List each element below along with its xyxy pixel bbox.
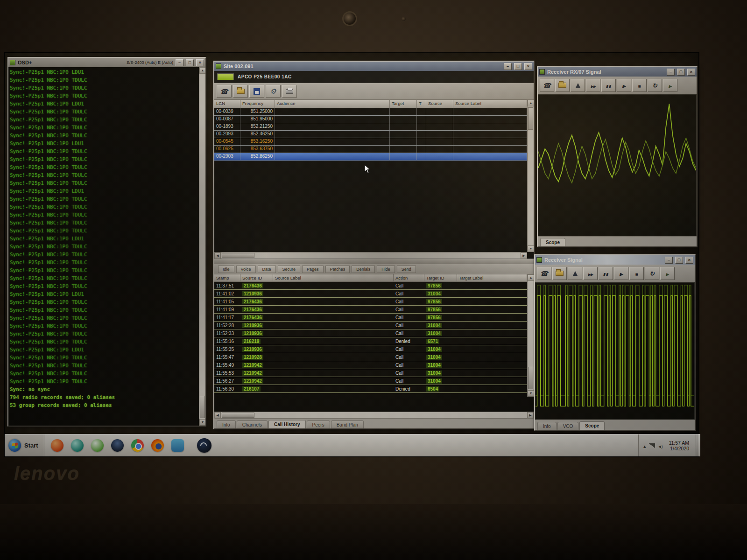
minimize-button[interactable] [176,59,183,66]
volume-icon[interactable] [658,441,662,450]
toolbar-button[interactable] [571,79,585,92]
pane-splitter[interactable] [214,259,534,264]
toolbar-button[interactable] [249,85,264,98]
firefox-icon[interactable] [151,439,164,452]
column-header[interactable]: Source [426,100,453,108]
clock[interactable]: 11:57 AM 1/4/2020 [669,440,689,451]
orange-app-icon[interactable] [51,439,63,452]
receiver1-titlebar[interactable]: Receiver RX/07 Signal [538,67,697,77]
osd-scrollbar[interactable] [199,67,205,426]
tab[interactable]: Peers [307,420,330,428]
filter-button[interactable]: Data [258,266,276,273]
filter-button[interactable]: Pages [302,266,324,273]
close-button[interactable] [196,59,204,66]
call-row[interactable]: 11:52:28 1210936 Call 31004 [214,322,527,329]
call-row[interactable]: 11:41:17 2176436 Call 97856 [214,314,527,322]
maximize-button[interactable] [186,59,194,66]
site-titlebar[interactable]: Site 002-091 [214,62,534,71]
tray-chevron-icon[interactable] [643,441,646,450]
person-app-icon[interactable] [111,439,124,452]
column-header[interactable]: Target Label [457,274,527,282]
scroll-thumb[interactable] [200,396,205,418]
channel-hscrollbar[interactable] [214,252,527,259]
column-header[interactable]: Action [394,274,424,282]
maximize-button[interactable] [514,63,522,70]
maximize-button[interactable] [677,69,685,76]
scroll-thumb[interactable] [222,413,254,418]
tab[interactable]: Scope [579,421,605,430]
tab[interactable]: Channels [237,420,268,428]
column-header[interactable]: Source Label [273,274,394,282]
toolbar-button[interactable] [266,85,281,98]
toolbar-button[interactable] [601,79,616,92]
minimize-button[interactable] [504,63,512,70]
call-hscrollbar[interactable] [214,412,534,418]
channel-row[interactable]: 00-0039 851.25000 [214,108,527,116]
toolbar-button[interactable] [282,85,297,98]
toolbar-button[interactable] [537,267,551,280]
show-desktop-button[interactable] [696,434,699,456]
column-header[interactable]: Stamp [214,274,240,282]
channel-row[interactable]: 00-0087 851.95000 [214,116,527,123]
call-row[interactable]: 11:41:09 2176436 Call 97856 [214,306,527,314]
column-header[interactable]: LCN [214,100,240,108]
column-header[interactable]: Source ID [240,274,273,282]
scroll-thumb[interactable] [222,253,254,258]
toolbar-button[interactable] [540,79,554,92]
minimize-button[interactable] [667,69,675,76]
filter-button[interactable]: Patches [325,266,350,273]
tab[interactable]: Call History [268,420,306,428]
toolbar-button[interactable] [629,267,644,280]
scroll-up-icon[interactable] [199,67,205,74]
scroll-thumb[interactable] [528,367,533,389]
channel-scrollbar[interactable] [527,100,534,252]
call-row[interactable]: 11:56:27 1210942 Call 31004 [214,377,527,385]
channel-row[interactable]: 00-2093 852.46250 [214,131,527,138]
toolbar-button[interactable] [614,267,628,280]
column-header[interactable]: T [417,100,426,108]
tab[interactable]: Info [537,422,557,430]
toolbar-button[interactable] [583,267,598,280]
filter-button[interactable]: Secure [278,266,301,273]
call-row[interactable]: 11:52:33 1210936 Call 31004 [214,329,527,337]
call-row[interactable]: 11:55:35 1210936 Call 31004 [214,345,527,353]
tab[interactable]: Info [217,420,236,428]
scroll-up-icon[interactable] [528,100,534,106]
call-row[interactable]: 11:56:30 216107 Denied 6504 [214,385,527,393]
scroll-thumb[interactable] [528,107,533,130]
toolbar-button[interactable] [552,267,567,280]
filter-button[interactable]: Idle [218,266,234,273]
scroll-right-icon[interactable] [521,252,527,259]
osd-titlebar[interactable]: OSD+ S/S-2400 (Auto) E (Auto) [8,58,205,67]
toolbar-button[interactable] [217,85,232,98]
blue-app-icon[interactable] [171,439,184,452]
channel-row[interactable]: 00-0545 853.16250 [214,138,527,146]
call-scrollbar[interactable] [527,274,534,397]
filter-button[interactable]: Denials [352,266,375,273]
close-button[interactable] [685,257,693,264]
chrome-icon[interactable] [131,439,144,452]
call-row[interactable]: 11:41:02 1210936 Call 31004 [214,290,527,298]
green-app-icon[interactable] [91,439,104,452]
call-row[interactable]: 11:55:53 1210942 Call 31004 [214,369,527,377]
network-icon[interactable] [649,443,655,448]
tab[interactable]: VCO [557,422,579,430]
receiver2-titlebar[interactable]: Receiver Signal [535,255,695,265]
call-row[interactable]: 11:55:16 216219 Denied 6571 [214,337,527,345]
start-button[interactable]: Start [5,434,44,456]
toolbar-button[interactable] [599,267,613,280]
scroll-right-icon[interactable] [527,412,534,419]
toolbar-button[interactable] [555,79,570,92]
column-header[interactable]: Target ID [424,274,457,282]
filter-button[interactable]: Voice [236,266,256,273]
maximize-button[interactable] [675,257,683,264]
call-row[interactable]: 11:55:47 1210928 Call 31004 [214,353,527,361]
toolbar-button[interactable] [648,79,662,92]
tab[interactable]: Band Plan [331,420,364,428]
call-row[interactable]: 11:41:05 2176436 Call 97856 [214,298,527,306]
satellite-app-icon[interactable] [197,438,211,453]
toolbar-button[interactable] [568,267,582,280]
toolbar-button[interactable] [645,267,659,280]
scroll-down-icon[interactable] [199,419,205,426]
toolbar-button[interactable] [660,267,675,280]
